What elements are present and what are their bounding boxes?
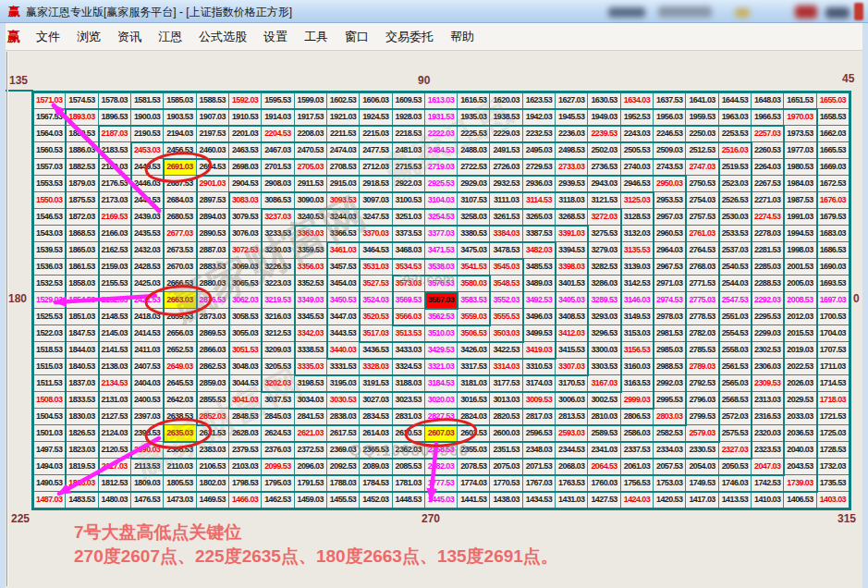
price-cell[interactable]: 2453.03 — [131, 142, 164, 159]
price-cell[interactable]: 1452.03 — [360, 492, 392, 508]
price-cell[interactable]: 2600.03 — [490, 425, 522, 442]
price-cell[interactable]: 2341.03 — [588, 442, 620, 459]
price-cell[interactable]: 2257.03 — [752, 126, 784, 142]
price-cell[interactable]: 3436.53 — [360, 342, 392, 359]
price-cell[interactable]: 2652.53 — [164, 342, 196, 359]
price-cell[interactable]: 1910.53 — [229, 109, 262, 126]
price-cell[interactable]: 2229.03 — [490, 126, 522, 142]
price-cell[interactable]: 2390.03 — [131, 442, 164, 459]
price-cell[interactable]: 3338.53 — [295, 342, 327, 359]
price-cell[interactable]: 3429.53 — [425, 342, 458, 359]
price-cell[interactable]: 2775.03 — [686, 292, 718, 309]
price-cell[interactable]: 1774.03 — [458, 475, 490, 492]
price-cell[interactable]: 2477.53 — [360, 142, 392, 159]
price-cell[interactable]: 3240.53 — [295, 209, 327, 226]
price-cell[interactable]: 3555.53 — [490, 309, 522, 325]
price-cell[interactable]: 2519.53 — [719, 159, 752, 176]
price-cell[interactable]: 1704.03 — [817, 325, 850, 342]
price-cell[interactable]: 3055.03 — [229, 325, 262, 342]
price-cell[interactable]: 3352.53 — [295, 276, 327, 292]
price-cell[interactable]: 2225.53 — [458, 126, 490, 142]
price-cell[interactable]: 2939.53 — [556, 176, 588, 192]
price-cell[interactable]: 2344.53 — [556, 442, 588, 459]
price-cell[interactable]: 2187.03 — [99, 126, 131, 142]
price-cell[interactable]: 3083.03 — [229, 192, 262, 209]
start-price-cell[interactable]: 3587.03 — [425, 292, 458, 309]
price-cell[interactable]: 1522.03 — [33, 325, 66, 342]
price-cell[interactable]: 2736.53 — [588, 159, 620, 176]
price-cell[interactable]: 1896.53 — [99, 109, 131, 126]
price-cell[interactable]: 1536.03 — [33, 259, 66, 276]
price-cell[interactable]: 1714.53 — [817, 375, 850, 392]
support-level-cell[interactable]: 2607.03 — [425, 425, 458, 442]
price-cell[interactable]: 2096.03 — [295, 459, 327, 475]
price-cell[interactable]: 3142.53 — [621, 276, 654, 292]
price-cell[interactable]: 2397.03 — [131, 409, 164, 425]
price-cell[interactable]: 2799.53 — [686, 409, 718, 425]
price-cell[interactable]: 3097.03 — [360, 192, 392, 209]
price-cell[interactable]: 2705.03 — [295, 159, 327, 176]
price-cell[interactable]: 3450.53 — [327, 292, 360, 309]
price-cell[interactable]: 3559.03 — [458, 309, 490, 325]
price-cell[interactable]: 2183.53 — [99, 142, 131, 159]
price-cell[interactable]: 1662.03 — [817, 126, 850, 142]
price-cell[interactable]: 2995.53 — [654, 392, 686, 409]
support-level-cell[interactable]: 2663.03 — [164, 292, 196, 309]
price-cell[interactable]: 2757.53 — [686, 209, 718, 226]
price-cell[interactable]: 1956.03 — [654, 109, 686, 126]
price-cell[interactable]: 2565.03 — [719, 375, 752, 392]
price-cell[interactable]: 2873.03 — [197, 309, 229, 325]
price-cell[interactable]: 2922.03 — [393, 176, 425, 192]
price-cell[interactable]: 2148.53 — [99, 309, 131, 325]
price-cell[interactable]: 1571.03 — [33, 92, 66, 109]
price-cell[interactable]: 2918.53 — [360, 176, 392, 192]
price-cell[interactable]: 1921.03 — [327, 109, 360, 126]
price-cell[interactable]: 2026.03 — [784, 375, 816, 392]
price-cell[interactable]: 1557.03 — [33, 159, 66, 176]
price-cell[interactable]: 3118.03 — [556, 192, 588, 209]
price-cell[interactable]: 2365.53 — [360, 442, 392, 459]
price-cell[interactable]: 2572.03 — [719, 409, 752, 425]
price-cell[interactable]: 2330.53 — [686, 442, 718, 459]
price-cell[interactable]: 1665.53 — [817, 142, 850, 159]
menu-item-news[interactable]: 资讯 — [109, 25, 150, 49]
price-cell[interactable]: 1935.03 — [458, 109, 490, 126]
price-cell[interactable]: 3356.03 — [295, 259, 327, 276]
price-cell[interactable]: 1578.03 — [99, 92, 131, 109]
price-cell[interactable]: 2561.53 — [719, 359, 752, 375]
price-cell[interactable]: 2411.03 — [131, 342, 164, 359]
price-cell[interactable]: 1473.03 — [164, 492, 196, 508]
price-cell[interactable]: 3419.03 — [523, 342, 556, 359]
price-cell[interactable]: 1403.03 — [817, 492, 850, 508]
price-cell[interactable]: 3072.53 — [229, 242, 262, 259]
price-cell[interactable]: 2687.53 — [164, 176, 196, 192]
price-cell[interactable]: 2190.53 — [131, 126, 164, 142]
price-cell[interactable]: 3366.53 — [327, 226, 360, 242]
price-cell[interactable]: 1970.03 — [784, 109, 816, 126]
price-cell[interactable]: 2614.03 — [360, 425, 392, 442]
price-cell[interactable]: 2316.53 — [752, 409, 784, 425]
price-cell[interactable]: 3373.53 — [393, 226, 425, 242]
price-cell[interactable]: 2456.53 — [164, 142, 196, 159]
price-cell[interactable]: 2288.53 — [752, 276, 784, 292]
price-cell[interactable]: 1658.53 — [817, 109, 850, 126]
price-cell[interactable]: 1931.53 — [425, 109, 458, 126]
price-cell[interactable]: 1865.03 — [66, 242, 98, 259]
price-cell[interactable]: 2369.03 — [327, 442, 360, 459]
price-cell[interactable]: 1504.53 — [33, 409, 66, 425]
price-cell[interactable]: 1620.03 — [490, 92, 522, 109]
price-cell[interactable]: 2754.03 — [686, 192, 718, 209]
price-cell[interactable]: 2309.53 — [752, 375, 784, 392]
price-cell[interactable]: 2015.53 — [784, 325, 816, 342]
price-cell[interactable]: 2488.03 — [458, 142, 490, 159]
price-cell[interactable]: 2204.53 — [262, 126, 294, 142]
price-cell[interactable]: 2239.53 — [588, 126, 620, 142]
price-cell[interactable]: 1508.03 — [33, 392, 66, 409]
price-cell[interactable]: 2596.53 — [523, 425, 556, 442]
price-cell[interactable]: 1707.53 — [817, 342, 850, 359]
price-cell[interactable]: 1735.53 — [817, 475, 850, 492]
price-cell[interactable]: 3279.03 — [588, 242, 620, 259]
price-cell[interactable]: 3454.03 — [327, 276, 360, 292]
price-cell[interactable]: 2960.53 — [654, 226, 686, 242]
price-cell[interactable]: 3489.03 — [523, 276, 556, 292]
